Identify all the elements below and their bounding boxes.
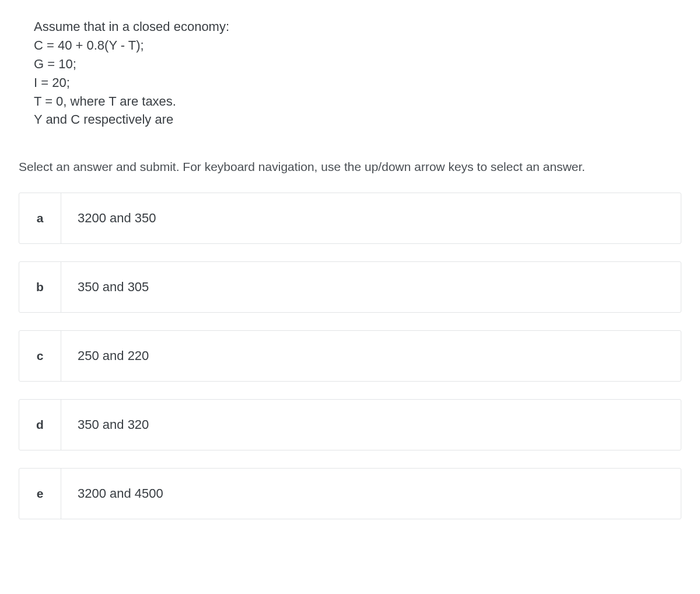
option-text: 250 and 220 (61, 331, 681, 381)
option-text: 3200 and 4500 (61, 469, 681, 519)
option-letter: d (19, 400, 61, 450)
question-line-4: I = 20; (34, 74, 681, 92)
option-text: 3200 and 350 (61, 193, 681, 243)
option-e[interactable]: e 3200 and 4500 (19, 468, 681, 519)
question-line-6: Y and C respectively are (34, 110, 681, 129)
question-block: Assume that in a closed economy: C = 40 … (34, 18, 681, 129)
option-letter: b (19, 262, 61, 312)
option-letter: c (19, 331, 61, 381)
option-a[interactable]: a 3200 and 350 (19, 193, 681, 244)
question-line-2: C = 40 + 0.8(Y - T); (34, 36, 681, 55)
options-list: a 3200 and 350 b 350 and 305 c 250 and 2… (19, 193, 681, 519)
option-b[interactable]: b 350 and 305 (19, 261, 681, 313)
option-letter: a (19, 193, 61, 243)
question-line-1: Assume that in a closed economy: (34, 18, 681, 36)
question-line-3: G = 10; (34, 55, 681, 74)
option-text: 350 and 320 (61, 400, 681, 450)
option-d[interactable]: d 350 and 320 (19, 399, 681, 450)
instruction-text: Select an answer and submit. For keyboar… (19, 158, 681, 176)
option-text: 350 and 305 (61, 262, 681, 312)
option-letter: e (19, 469, 61, 519)
option-c[interactable]: c 250 and 220 (19, 330, 681, 382)
question-line-5: T = 0, where T are taxes. (34, 92, 681, 111)
